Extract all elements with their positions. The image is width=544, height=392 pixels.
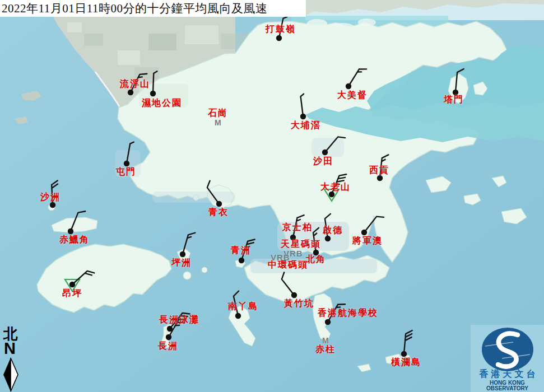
station-label-wetland-park: 濕地公園 xyxy=(142,99,182,108)
station-label-stanley: 赤柱 xyxy=(315,345,336,354)
station-label-tai-mei-tuk: 大美督 xyxy=(337,91,368,100)
map-title-bar: 2022年11月01日11時00分的十分鐘平均風向及風速 xyxy=(0,0,306,17)
station-label-tai-po-kau: 大埔滘 xyxy=(291,121,321,130)
station-label-tuen-mun: 屯門 xyxy=(116,167,136,176)
station-label-north-point: 北角 xyxy=(306,255,326,264)
station-label-kings-park: 京士柏 xyxy=(282,223,313,232)
station-label-hk-sea-school: 香港航海學校 xyxy=(318,309,378,318)
hko-name-english: HONG KONG OBSERVATORY xyxy=(471,380,544,391)
variable-wind-marker-central-pier: VRB xyxy=(271,253,290,262)
station-label-wong-chuk-hang: 黃竹坑 xyxy=(284,299,314,308)
station-label-lamma-island: 南丫島 xyxy=(228,302,258,311)
hko-name-chinese: 香港天文台 xyxy=(471,370,544,379)
station-label-shek-kong: 石崗 xyxy=(208,109,228,118)
station-label-peng-chau: 坪洲 xyxy=(171,258,192,267)
station-label-ta-kwu-ling: 打鼓嶺 xyxy=(266,25,296,34)
station-label-layer: 打鼓嶺流浮山濕地公園大美督塔門石崗M大埔滘沙田屯門西貢沙洲大老山青衣赤鱲角京士柏… xyxy=(0,0,544,392)
wind-map-page: 打鼓嶺流浮山濕地公園大美督塔門石崗M大埔滘沙田屯門西貢沙洲大老山青衣赤鱲角京士柏… xyxy=(0,0,544,392)
station-label-tseung-kwan-o: 將軍澳 xyxy=(352,236,383,245)
station-label-tates-cairn: 大老山 xyxy=(320,183,351,192)
station-label-cheung-chau-beach: 長洲泳灘 xyxy=(159,315,199,324)
hko-logo: 香港天文台 HONG KONG OBSERVATORY xyxy=(471,325,544,392)
north-letter-label: N xyxy=(4,340,15,357)
map-title: 2022年11月01日11時00分的十分鐘平均風向及風速 xyxy=(0,1,267,16)
station-label-green-island: 青洲 xyxy=(231,246,251,255)
station-label-lau-fau-shan: 流浮山 xyxy=(120,80,150,88)
station-label-tsing-yi: 青衣 xyxy=(208,208,229,217)
north-compass: 北 N xyxy=(1,327,21,392)
station-label-kai-tak: 啟德 xyxy=(323,226,343,235)
station-label-chek-lap-kok: 赤鱲角 xyxy=(59,235,90,244)
north-arrow-icon xyxy=(1,357,20,392)
station-label-sha-tin: 沙田 xyxy=(313,157,333,166)
station-label-waglan-island: 橫瀾島 xyxy=(391,358,421,367)
station-label-cheung-chau: 長洲 xyxy=(158,342,178,351)
station-label-sai-kung: 西貢 xyxy=(369,166,389,175)
station-label-sha-chau: 沙洲 xyxy=(40,193,61,202)
missing-data-marker-shek-kong: M xyxy=(215,119,221,127)
station-label-tap-mun: 塔門 xyxy=(444,95,464,104)
station-label-star-ferry: 天星碼頭 xyxy=(281,240,321,249)
station-label-ngong-ping: 昂坪 xyxy=(62,289,82,298)
missing-data-marker-stanley: M xyxy=(322,337,329,344)
